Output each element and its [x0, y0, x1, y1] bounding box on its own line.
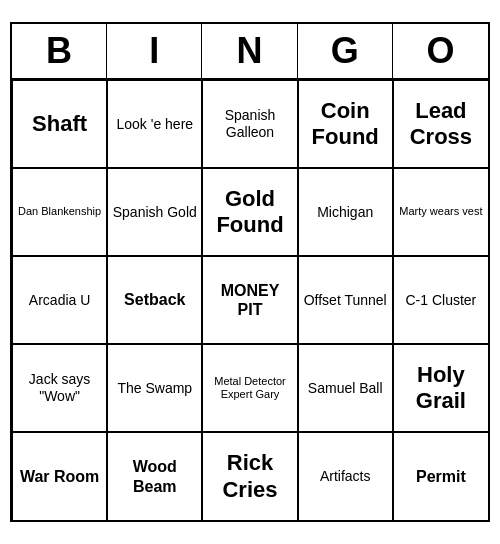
- bingo-cell-18: Samuel Ball: [298, 344, 393, 432]
- cell-text-17: Metal Detector Expert Gary: [207, 375, 292, 401]
- bingo-cell-17: Metal Detector Expert Gary: [202, 344, 297, 432]
- bingo-card: BINGO ShaftLook 'e hereSpanish GalleonCo…: [10, 22, 490, 522]
- bingo-cell-15: Jack says "Wow": [12, 344, 107, 432]
- cell-text-3: Coin Found: [303, 98, 388, 151]
- bingo-cell-19: Holy Grail: [393, 344, 488, 432]
- bingo-grid: ShaftLook 'e hereSpanish GalleonCoin Fou…: [12, 80, 488, 520]
- bingo-cell-22: Rick Cries: [202, 432, 297, 520]
- cell-text-22: Rick Cries: [207, 450, 292, 503]
- bingo-cell-10: Arcadia U: [12, 256, 107, 344]
- cell-text-9: Marty wears vest: [399, 205, 482, 218]
- cell-text-8: Michigan: [317, 204, 373, 221]
- header-letter-I: I: [107, 24, 202, 78]
- cell-text-15: Jack says "Wow": [17, 371, 102, 405]
- bingo-cell-20: War Room: [12, 432, 107, 520]
- bingo-cell-9: Marty wears vest: [393, 168, 488, 256]
- cell-text-12: MONEY PIT: [207, 281, 292, 319]
- cell-text-14: C-1 Cluster: [405, 292, 476, 309]
- cell-text-2: Spanish Galleon: [207, 107, 292, 141]
- cell-text-20: War Room: [20, 467, 99, 486]
- cell-text-21: Wood Beam: [112, 457, 197, 495]
- bingo-cell-13: Offset Tunnel: [298, 256, 393, 344]
- cell-text-4: Lead Cross: [398, 98, 484, 151]
- bingo-header: BINGO: [12, 24, 488, 80]
- bingo-cell-14: C-1 Cluster: [393, 256, 488, 344]
- bingo-cell-12: MONEY PIT: [202, 256, 297, 344]
- bingo-cell-7: Gold Found: [202, 168, 297, 256]
- header-letter-B: B: [12, 24, 107, 78]
- cell-text-7: Gold Found: [207, 186, 292, 239]
- cell-text-19: Holy Grail: [398, 362, 484, 415]
- cell-text-18: Samuel Ball: [308, 380, 383, 397]
- header-letter-N: N: [202, 24, 297, 78]
- cell-text-11: Setback: [124, 290, 185, 309]
- bingo-cell-0: Shaft: [12, 80, 107, 168]
- bingo-cell-24: Permit: [393, 432, 488, 520]
- cell-text-16: The Swamp: [117, 380, 192, 397]
- cell-text-23: Artifacts: [320, 468, 371, 485]
- cell-text-24: Permit: [416, 467, 466, 486]
- bingo-cell-8: Michigan: [298, 168, 393, 256]
- cell-text-13: Offset Tunnel: [304, 292, 387, 309]
- bingo-cell-11: Setback: [107, 256, 202, 344]
- bingo-cell-1: Look 'e here: [107, 80, 202, 168]
- header-letter-G: G: [298, 24, 393, 78]
- cell-text-0: Shaft: [32, 111, 87, 137]
- bingo-cell-21: Wood Beam: [107, 432, 202, 520]
- cell-text-5: Dan Blankenship: [18, 205, 101, 218]
- bingo-cell-6: Spanish Gold: [107, 168, 202, 256]
- cell-text-6: Spanish Gold: [113, 204, 197, 221]
- bingo-cell-4: Lead Cross: [393, 80, 488, 168]
- cell-text-10: Arcadia U: [29, 292, 90, 309]
- bingo-cell-5: Dan Blankenship: [12, 168, 107, 256]
- bingo-cell-16: The Swamp: [107, 344, 202, 432]
- cell-text-1: Look 'e here: [116, 116, 193, 133]
- bingo-cell-3: Coin Found: [298, 80, 393, 168]
- bingo-cell-23: Artifacts: [298, 432, 393, 520]
- bingo-cell-2: Spanish Galleon: [202, 80, 297, 168]
- header-letter-O: O: [393, 24, 488, 78]
